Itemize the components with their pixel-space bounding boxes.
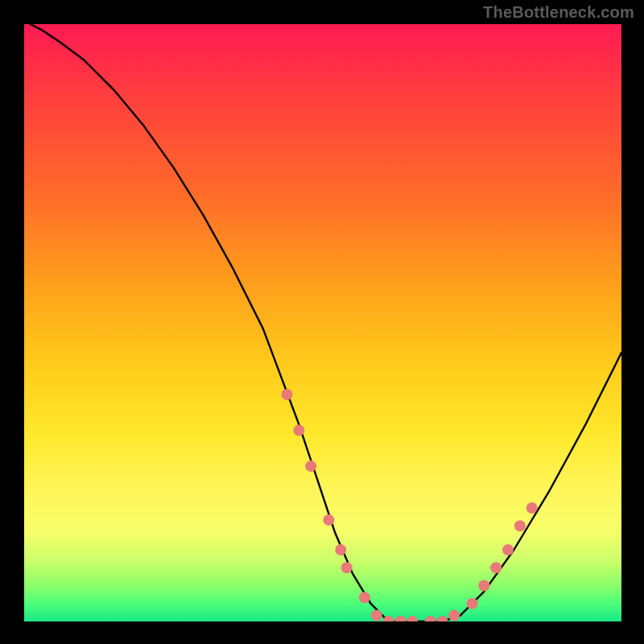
curve-marker [293,425,304,436]
curve-marker [359,592,370,603]
curve-marker [490,562,502,573]
curve-marker [335,544,346,555]
curve-marker [436,616,448,621]
curve-markers [282,389,538,621]
curve-marker [282,389,293,400]
curve-marker [448,610,460,621]
bottleneck-curve-svg [24,24,621,621]
curve-marker [526,502,538,514]
plot-area [24,24,621,621]
bottleneck-curve [30,24,621,621]
curve-marker [425,616,436,621]
curve-marker [305,460,316,472]
watermark-text: TheBottleneck.com [483,3,634,22]
curve-marker [371,610,382,621]
curve-marker [514,520,526,531]
curve-marker [502,544,514,555]
chart-stage: TheBottleneck.com [0,0,644,644]
curve-marker [407,616,418,621]
curve-marker [467,598,478,609]
curve-marker [395,616,407,621]
curve-marker [341,562,353,573]
curve-marker [478,580,489,592]
curve-marker [323,514,334,526]
